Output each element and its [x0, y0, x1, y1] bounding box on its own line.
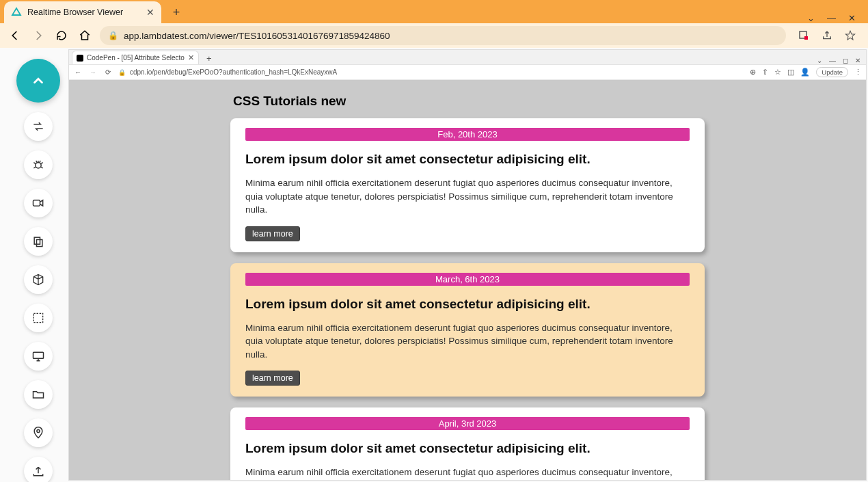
inner-new-tab-button[interactable]: + — [203, 52, 215, 64]
inner-lock-icon: 🔒 — [118, 69, 126, 76]
home-button[interactable] — [77, 27, 93, 44]
svg-rect-5 — [34, 237, 40, 244]
inner-url-text: cdpn.io/pen/debug/ExePOoO?authentication… — [130, 68, 337, 76]
card-date: Feb, 20th 2023 — [245, 128, 690, 141]
folder-icon[interactable] — [24, 380, 53, 409]
inner-extensions-icon[interactable]: ◫ — [787, 68, 794, 77]
reload-button[interactable] — [53, 27, 70, 44]
window-chevron-icon[interactable]: ⌄ — [807, 13, 815, 23]
svg-rect-4 — [33, 200, 40, 206]
svg-marker-0 — [12, 8, 21, 15]
svg-rect-8 — [33, 352, 44, 358]
inner-window-minimize-icon[interactable]: — — [829, 57, 836, 64]
inner-share-icon[interactable]: ⇧ — [762, 68, 768, 77]
card-date: April, 3rd 2023 — [245, 417, 690, 430]
inner-window-close-icon[interactable]: ✕ — [855, 57, 860, 64]
inner-back-button[interactable]: ← — [73, 68, 83, 76]
url-text: app.lambdatest.com/viewer/TES10160531401… — [124, 31, 390, 41]
card-body: Minima earum nihil officia exercitatione… — [245, 321, 690, 362]
svg-rect-7 — [33, 313, 42, 322]
lock-icon: 🔒 — [108, 31, 118, 40]
browser-tab[interactable]: Realtime Browser Viewer ✕ — [4, 1, 161, 23]
share-icon[interactable] — [820, 29, 834, 42]
card-date: March, 6th 2023 — [245, 273, 690, 286]
lambdatest-sidebar — [16, 59, 60, 482]
card-heading: Lorem ipsum dolor sit amet consectetur a… — [245, 441, 690, 456]
svg-point-3 — [36, 163, 41, 168]
inner-window-chevron-icon[interactable]: ⌄ — [817, 57, 822, 64]
update-button[interactable]: Update — [816, 67, 848, 77]
inner-profile-icon[interactable]: 👤 — [800, 68, 810, 77]
copy-icon[interactable] — [24, 227, 53, 256]
svg-point-9 — [37, 429, 40, 432]
video-icon[interactable] — [24, 189, 53, 217]
card-body: Minima earum nihil officia exercitatione… — [245, 176, 690, 217]
new-tab-button[interactable]: + — [167, 3, 186, 22]
tab-close-icon[interactable]: ✕ — [146, 7, 154, 18]
inner-reload-button[interactable]: ⟳ — [103, 68, 113, 76]
forward-button[interactable] — [30, 27, 46, 44]
monitor-icon[interactable] — [24, 342, 53, 371]
inner-browser-tab[interactable]: CodePen - [05] Attribute Selecto ✕ — [72, 51, 199, 64]
svg-rect-2 — [804, 36, 808, 40]
article-card: Feb, 20th 2023Lorem ipsum dolor sit amet… — [230, 118, 705, 252]
inner-address-bar[interactable]: 🔒 cdpn.io/pen/debug/ExePOoO?authenticati… — [118, 68, 744, 76]
cube-icon[interactable] — [24, 265, 53, 294]
card-heading: Lorem ipsum dolor sit amet consectetur a… — [245, 297, 690, 312]
inner-menu-icon[interactable]: ⋮ — [854, 68, 862, 77]
inner-window-maximize-icon[interactable]: ◻ — [843, 57, 848, 64]
card-body: Minima earum nihil officia exercitatione… — [245, 466, 690, 480]
learn-more-button[interactable]: learn more — [245, 226, 300, 241]
article-card: March, 6th 2023Lorem ipsum dolor sit ame… — [230, 263, 705, 397]
bug-icon[interactable] — [24, 150, 53, 179]
inner-forward-button[interactable]: → — [88, 68, 98, 76]
inner-star-icon[interactable]: ☆ — [774, 68, 781, 77]
article-card: April, 3rd 2023Lorem ipsum dolor sit ame… — [230, 407, 705, 480]
window-close-icon[interactable]: ✕ — [848, 13, 856, 23]
switch-icon[interactable] — [24, 112, 53, 141]
page-title: CSS Tutorials new — [230, 94, 705, 109]
layout-icon[interactable] — [24, 304, 53, 332]
page-content: CSS Tutorials new Feb, 20th 2023Lorem ip… — [69, 80, 866, 480]
address-bar[interactable]: 🔒 app.lambdatest.com/viewer/TES101605314… — [100, 26, 786, 45]
card-heading: Lorem ipsum dolor sit amet consectetur a… — [245, 152, 690, 167]
window-minimize-icon[interactable]: — — [827, 13, 836, 23]
svg-rect-6 — [37, 240, 42, 247]
upload-icon[interactable] — [24, 457, 53, 482]
inner-tab-title: CodePen - [05] Attribute Selecto — [87, 54, 185, 62]
bookmark-star-icon[interactable] — [843, 29, 857, 42]
inner-tab-close-icon[interactable]: ✕ — [188, 53, 194, 62]
learn-more-button[interactable]: learn more — [245, 371, 300, 386]
back-button[interactable] — [7, 27, 23, 44]
tab-title: Realtime Browser Viewer — [27, 8, 123, 17]
location-icon[interactable] — [24, 418, 53, 447]
extension-icon[interactable] — [797, 29, 811, 42]
lambdatest-favicon — [11, 7, 22, 18]
collapse-fab-button[interactable] — [16, 59, 60, 103]
codepen-favicon — [77, 55, 83, 62]
zoom-icon[interactable]: ⊕ — [750, 68, 756, 77]
inner-browser: CodePen - [05] Attribute Selecto ✕ + ⌄ —… — [68, 49, 867, 481]
